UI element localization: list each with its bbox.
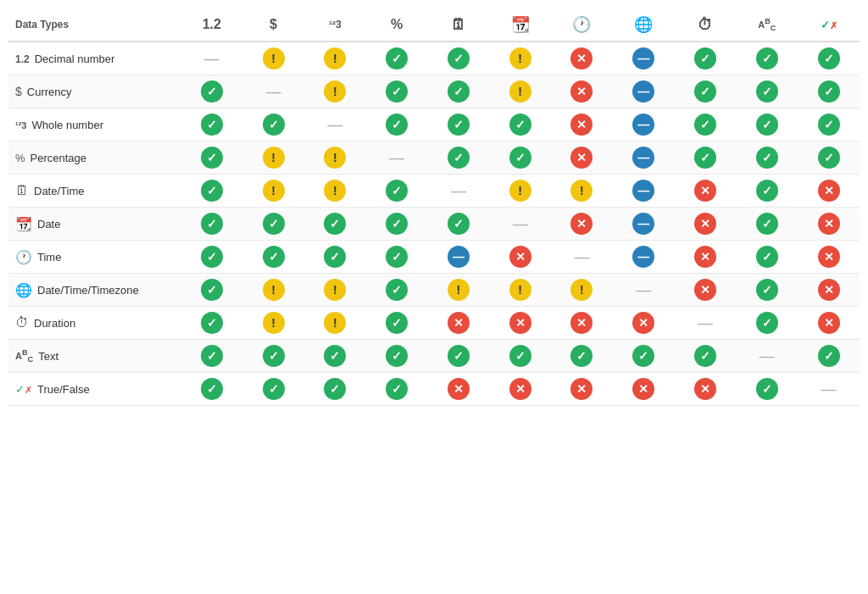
cell-green-icon: ✓ (756, 213, 778, 235)
cell-red-icon: ✕ (570, 47, 593, 69)
row-type-icon: 🌐 (15, 282, 32, 298)
cell-r10-c3: ✓ (366, 373, 428, 406)
decimal-header-icon: 1.2 (203, 17, 221, 31)
cell-yellow-icon: ! (324, 312, 346, 334)
col-header-truefalse: ✓✗ (798, 8, 860, 42)
cell-r0-c3: ✓ (366, 42, 428, 75)
cell-r3-c9: ✓ (736, 142, 798, 175)
row-label-text: Date/Time/Timezone (37, 284, 139, 297)
cell-red-icon: ✕ (694, 213, 716, 235)
cell-yellow-icon: ! (263, 47, 285, 69)
cell-r6-c3: ✓ (366, 241, 428, 274)
cell-r2-c9: ✓ (736, 108, 798, 142)
whole-header-icon: ¹²3 (329, 19, 342, 31)
cell-red-icon: ✕ (570, 378, 593, 400)
cell-green-icon: ✓ (386, 213, 408, 235)
cell-r4-c7: — (613, 175, 675, 208)
cell-r6-c0: ✓ (181, 241, 242, 274)
cell-red-icon: ✕ (818, 180, 840, 202)
cell-green-icon: ✓ (756, 246, 778, 268)
cell-r5-c7: — (613, 208, 675, 241)
cell-green-icon: ✓ (263, 378, 285, 400)
row-label-text: Date/Time (34, 185, 84, 197)
cell-yellow-icon: ! (570, 279, 593, 301)
cell-green-icon: ✓ (448, 80, 470, 103)
cell-green-icon: ✓ (818, 114, 840, 136)
row-type-icon: 🕐 (15, 249, 32, 265)
cell-r9-c6: ✓ (551, 340, 613, 373)
row-type-icon: 🗓 (15, 183, 29, 198)
cell-r5-c9: ✓ (736, 208, 798, 241)
row-label-cell: 🕐 Time (8, 241, 181, 274)
cell-green-icon: ✓ (509, 147, 531, 169)
cell-r10-c2: ✓ (304, 373, 366, 406)
cell-r10-c1: ✓ (242, 373, 304, 406)
cell-r5-c5: — (489, 208, 551, 241)
cell-red-icon: ✕ (570, 114, 593, 136)
cell-green-icon: ✓ (263, 114, 285, 136)
cell-yellow-icon: ! (324, 80, 346, 103)
row-label-cell: 📆 Date (8, 208, 181, 241)
cell-r9-c3: ✓ (366, 340, 428, 373)
col-header-text: ABC (736, 8, 798, 42)
row-type-icon: ✓✗ (15, 383, 32, 396)
cell-r7-c2: ! (304, 274, 366, 307)
cell-r0-c4: ✓ (427, 42, 489, 75)
cell-r4-c8: ✕ (675, 175, 737, 208)
cell-red-icon: ✕ (694, 180, 716, 202)
cell-red-icon: ✕ (818, 279, 840, 301)
col-header-currency: $ (242, 8, 304, 42)
cell-yellow-icon: ! (509, 279, 531, 301)
cell-r3-c6: ✕ (551, 142, 613, 175)
cell-r1-c2: ! (304, 75, 366, 108)
cell-green-icon: ✓ (324, 345, 346, 367)
cell-green-icon: ✓ (694, 47, 716, 69)
row-label-text: Time (37, 251, 61, 264)
cell-r1-c4: ✓ (427, 75, 489, 108)
cell-r5-c2: ✓ (304, 208, 366, 241)
cell-r7-c0: ✓ (181, 274, 242, 307)
cell-r10-c6: ✕ (551, 373, 613, 406)
cell-green-icon: ✓ (570, 345, 593, 367)
cell-r1-c6: ✕ (551, 75, 613, 108)
cell-r10-c5: ✕ (489, 373, 551, 406)
row-label-text: Date (37, 218, 60, 230)
cell-yellow-icon: ! (509, 180, 531, 202)
row-label-cell: ⏱ Duration (8, 307, 181, 340)
cell-r5-c3: ✓ (366, 208, 428, 241)
cell-yellow-icon: ! (324, 180, 346, 202)
cell-green-icon: ✓ (386, 114, 408, 136)
cell-r5-c4: ✓ (427, 208, 489, 241)
cell-green-icon: ✓ (509, 345, 531, 367)
row-label-cell: 🌐 Date/Time/Timezone (8, 274, 181, 307)
cell-r2-c10: ✓ (798, 108, 860, 142)
cell-r1-c7: — (613, 75, 675, 108)
cell-r1-c10: ✓ (798, 75, 860, 108)
row-label-cell: % Percentage (8, 142, 181, 175)
cell-dash: — (574, 248, 589, 265)
cell-red-icon: ✕ (570, 80, 593, 103)
cell-green-icon: ✓ (201, 180, 223, 202)
cell-r10-c10: — (798, 373, 860, 406)
cell-green-icon: ✓ (201, 246, 223, 268)
cell-r6-c7: — (613, 241, 675, 274)
table-row: 1.2 Decimal number —!!✓✓!✕—✓✓✓ (8, 42, 860, 75)
col-header-dttz: 🌐 (613, 8, 675, 42)
cell-r7-c4: ! (427, 274, 489, 307)
cell-r8-c10: ✕ (798, 307, 860, 340)
cell-blue-icon: — (632, 180, 654, 202)
cell-r6-c6: — (551, 241, 613, 274)
cell-r8-c4: ✕ (427, 307, 489, 340)
cell-r7-c7: — (613, 274, 675, 307)
cell-green-icon: ✓ (818, 345, 840, 367)
cell-r8-c6: ✕ (551, 307, 613, 340)
cell-blue-icon: — (632, 114, 654, 136)
cell-r2-c0: ✓ (181, 108, 242, 142)
cell-green-icon: ✓ (694, 80, 716, 103)
row-label-cell: 1.2 Decimal number (8, 42, 181, 75)
table-row: ABC Text ✓✓✓✓✓✓✓✓✓—✓ (8, 340, 860, 373)
date-header-icon: 📆 (511, 16, 530, 33)
cell-r7-c8: ✕ (675, 274, 737, 307)
cell-red-icon: ✕ (509, 246, 531, 268)
cell-r2-c3: ✓ (366, 108, 428, 142)
